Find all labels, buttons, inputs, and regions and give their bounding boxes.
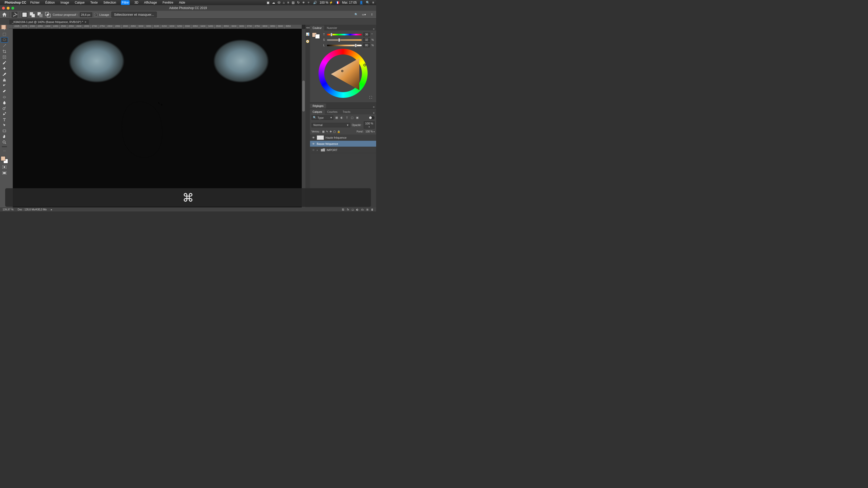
menu-filtre[interactable]: Filtre [121,0,130,5]
fill-input[interactable]: 100 % ▾ [366,130,375,133]
menu-extra-icon[interactable]: ≡ [372,1,374,4]
expand-wheel-icon[interactable]: ⛶ [369,96,372,99]
document-tab[interactable]: _K8A0184-1.psd @ 140% (Basse fréquence, … [9,19,89,25]
type-tool[interactable] [1,117,8,122]
search-icon[interactable]: 🔍 [353,12,359,18]
feather-input[interactable] [80,12,92,17]
tab-traces[interactable]: Tracés [340,109,353,115]
layer-name[interactable]: Haute fréquence [326,136,346,139]
opacity-input[interactable]: 100 % ▾ [364,121,375,129]
new-layer-icon[interactable]: ⊞ [366,208,368,211]
horizontal-ruler[interactable]: 2225227523002350240024502500255026002650… [13,25,302,29]
battery-status[interactable]: 100 % ⚡ [319,1,333,4]
blend-mode-select[interactable]: Normal▾ [312,123,350,127]
workspace-switcher-icon[interactable]: ▭▾ [361,12,367,18]
layer-filter-type[interactable]: 🔍Type▾ [312,116,333,120]
lock-all-icon[interactable]: 🔒 [337,130,340,133]
tab-couleur[interactable]: Couleur [310,26,324,30]
link-layers-icon[interactable]: ⛓ [342,208,344,211]
panel-menu-icon[interactable]: ≡ [371,105,376,108]
layer-name[interactable]: IMPORT [327,149,338,152]
lock-image-icon[interactable]: ✎ [326,130,328,133]
color-wheel[interactable] [318,49,368,98]
dodge-tool[interactable] [1,105,8,111]
hue-value[interactable]: 36 [363,33,370,36]
hue-ring-handle[interactable] [364,64,366,66]
visibility-toggle-icon[interactable]: 👁 [312,142,315,145]
filter-adjustment-icon[interactable]: ◐ [340,116,344,120]
menu-selection[interactable]: Sélection [102,0,117,5]
ruler-origin[interactable] [9,25,13,29]
blur-tool[interactable] [1,100,8,105]
layer-row[interactable]: 👁 Haute fréquence [310,134,376,141]
pen-tool[interactable] [1,111,8,117]
tab-reglages[interactable]: Réglages [310,103,326,108]
tab-nuancier[interactable]: Nuancier [324,26,340,30]
triangle-handle[interactable] [341,70,343,72]
scrollbar-thumb[interactable] [302,80,305,111]
tray-icon[interactable]: ☁ [272,1,275,4]
layer-name[interactable]: Basse fréquence [317,142,338,145]
tray-icon[interactable]: ▤ [292,1,294,4]
path-selection-tool[interactable] [1,122,8,128]
menu-calque[interactable]: Calque [74,0,86,5]
menu-fichier[interactable]: Fichier [29,0,40,5]
zoom-tool[interactable] [1,139,8,145]
select-and-mask-button[interactable]: Sélectionner et masquer... [111,11,157,18]
selection-intersect-icon[interactable] [45,12,51,18]
edit-toolbar-icon[interactable]: ⋯ [1,149,8,154]
visibility-toggle-icon[interactable]: 👁 [312,149,315,152]
lasso-tool[interactable] [1,37,8,43]
vertical-ruler[interactable] [9,29,13,207]
tray-icon[interactable]: ≡ [287,1,289,4]
layer-row[interactable]: 👁 › IMPORT [310,147,376,153]
menu-3d[interactable]: 3D [133,0,139,5]
adjustment-layer-icon[interactable]: ◐ [356,208,359,211]
doc-size[interactable]: Doc : 126,6 Mo/430,3 Mo [18,208,46,211]
close-window-button[interactable] [2,7,5,9]
datetime[interactable]: Mar. 17:05 [342,1,357,4]
spotlight-icon[interactable]: 🔍 [366,1,370,4]
delete-layer-icon[interactable]: 🗑 [371,208,374,211]
panel-menu-icon[interactable]: ≡ [371,27,376,30]
lightness-value[interactable]: 80 [363,43,370,47]
tray-icon[interactable]: ▣ [267,1,270,4]
menu-affichage[interactable]: Affichage [143,0,158,5]
eraser-tool[interactable] [1,88,8,94]
input-flag[interactable]: 🇫🇷 [336,1,339,4]
filter-pixel-icon[interactable]: ▦ [335,116,338,120]
layer-thumb[interactable] [317,135,324,140]
histogram-panel-icon[interactable]: 📊 [306,33,309,36]
filter-toggle[interactable] [369,116,375,119]
layer-thumb[interactable] [0,25,7,29]
tray-icon[interactable]: ✳ [302,1,305,4]
quick-mask-icon[interactable] [1,165,8,169]
tray-icon[interactable]: ⌂ [283,1,285,4]
expand-dock-icon[interactable]: ◀◀ [306,26,309,29]
frame-tool[interactable] [1,54,8,60]
color-panel-swatches[interactable] [312,33,320,39]
share-icon[interactable]: ⇪ [369,12,375,18]
saturation-value[interactable]: 32 [363,38,370,42]
navigator-panel-icon[interactable]: 🧭 [306,40,309,43]
menu-aide[interactable]: Aide [178,0,186,5]
lock-position-icon[interactable]: ✥ [330,130,332,133]
brush-tool[interactable] [1,71,8,77]
lightness-slider[interactable] [327,44,362,47]
layer-style-icon[interactable]: fx [347,208,349,211]
menu-texte[interactable]: Texte [89,0,99,5]
vertical-scrollbar[interactable] [302,29,305,207]
history-brush-tool[interactable] [1,83,8,88]
user-icon[interactable]: 👤 [359,1,363,4]
clone-stamp-tool[interactable] [1,77,8,83]
menu-edition[interactable]: Édition [44,0,56,5]
wifi-icon[interactable]: ᯤ [307,1,311,4]
marquee-tool[interactable] [1,32,8,37]
selection-new-icon[interactable] [22,12,27,18]
lock-transparency-icon[interactable]: ▦ [322,130,324,133]
rectangle-tool[interactable] [1,128,8,133]
selection-add-icon[interactable] [29,12,35,18]
new-group-icon[interactable]: 🗀 [361,208,364,211]
menu-fenetre[interactable]: Fenêtre [161,0,174,5]
lasso-tool-icon[interactable]: ▾ [11,12,17,18]
